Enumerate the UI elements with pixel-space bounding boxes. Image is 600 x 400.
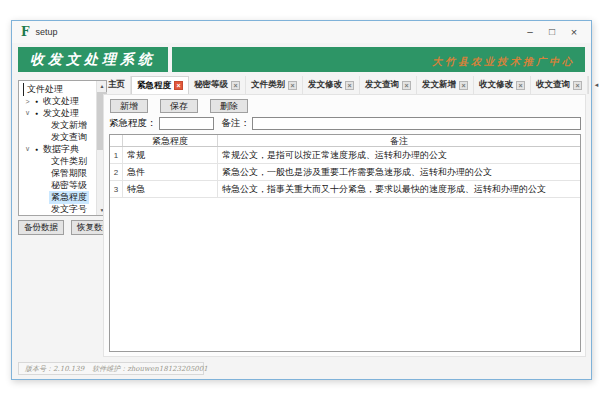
tab-home[interactable]: 主页 bbox=[103, 76, 131, 94]
sidebar-item-data-dictionary[interactable]: ∨ ● 数据字典 bbox=[20, 143, 95, 155]
table-row[interactable]: 2 急件 紧急公文，一般也是涉及重要工作需要急速形成、运转和办理的公文 bbox=[110, 164, 580, 181]
grid-header: 紧急程度 备注 bbox=[110, 135, 580, 147]
sidebar-item-receive-processing[interactable]: > ● 收文处理 bbox=[20, 95, 95, 107]
window-title: setup bbox=[36, 27, 58, 37]
column-header-remark: 备注 bbox=[218, 135, 580, 146]
tab-file-category[interactable]: 文件类别 × bbox=[246, 76, 303, 94]
sidebar-item-send-doc-number[interactable]: 发文字号 bbox=[20, 203, 95, 214]
tab-label: 文件类别 bbox=[251, 79, 285, 91]
sidebar-item-send-query[interactable]: 发文查询 bbox=[20, 131, 95, 143]
table-row[interactable]: 1 常规 常规公文，是指可以按正常速度形成、运转和办理的公文 bbox=[110, 147, 580, 164]
table-row[interactable]: 3 特急 特急公文，指事关重大而又十分紧急，要求以最快的速度形成、运转和办理的公… bbox=[110, 181, 580, 198]
sidebar-item-file-processing[interactable]: 文件处理 bbox=[20, 83, 95, 95]
tab-secret-level[interactable]: 秘密等级 × bbox=[189, 76, 246, 94]
cell-remark: 常规公文，是指可以按正常速度形成、运转和办理的公文 bbox=[218, 149, 580, 162]
cell-urgency: 特急 bbox=[123, 181, 218, 197]
chevron-down-icon[interactable]: ∨ bbox=[23, 145, 32, 153]
cell-urgency: 常规 bbox=[123, 147, 218, 163]
edit-form: 紧急程度： 备注： bbox=[109, 116, 581, 131]
bullet-icon: ● bbox=[32, 146, 41, 152]
toolbar: 新增 保存 删除 bbox=[110, 99, 248, 113]
tab-send-query[interactable]: 发文查询 × bbox=[360, 76, 417, 94]
cell-remark: 特急公文，指事关重大而又十分紧急，要求以最快的速度形成、运转和办理的公文 bbox=[218, 183, 580, 196]
app-window: F setup – □ × 收发文处理系统 大竹县农业技术推广中心 文件处理 >… bbox=[11, 20, 592, 380]
cell-remark: 紧急公文，一般也是涉及重要工作需要急速形成、运转和办理的公文 bbox=[218, 166, 580, 179]
tab-send-modify[interactable]: 发文修改 × bbox=[303, 76, 360, 94]
tab-send-new[interactable]: 发文新增 × bbox=[417, 76, 474, 94]
minimize-button[interactable]: – bbox=[519, 23, 541, 41]
column-header-urgency: 紧急程度 bbox=[123, 135, 218, 146]
sidebar-item-file-category[interactable]: 文件类别 bbox=[20, 155, 95, 167]
row-number: 3 bbox=[110, 181, 123, 197]
tab-urgency-level[interactable]: 紧急程度 × bbox=[131, 76, 189, 94]
tab-label: 紧急程度 bbox=[137, 80, 171, 92]
tab-label: 发文修改 bbox=[308, 79, 342, 91]
org-name-banner: 大竹县农业技术推广中心 bbox=[172, 47, 585, 72]
close-icon[interactable]: × bbox=[231, 81, 240, 90]
sidebar-item-retention-period[interactable]: 保管期限 bbox=[20, 167, 95, 179]
tree-items: 文件处理 > ● 收文处理 ∨ ● 发文处理 发文新增 发文查询 bbox=[20, 83, 95, 214]
save-button[interactable]: 保存 bbox=[160, 99, 198, 113]
backup-data-button[interactable]: 备份数据 bbox=[18, 220, 64, 235]
close-icon[interactable]: × bbox=[516, 81, 525, 90]
sidebar-item-label: 发文字号 bbox=[49, 203, 89, 215]
app-icon: F bbox=[21, 25, 30, 39]
chevron-down-icon[interactable]: ∨ bbox=[23, 109, 32, 117]
sidebar-item-urgency-level[interactable]: 紧急程度 bbox=[20, 191, 95, 203]
close-button[interactable]: × bbox=[563, 23, 585, 41]
grid-corner bbox=[110, 135, 123, 146]
cell-urgency: 急件 bbox=[123, 164, 218, 180]
tab-label: 秘密等级 bbox=[194, 79, 228, 91]
delete-button[interactable]: 删除 bbox=[210, 99, 248, 113]
tab-receive-query[interactable]: 收文查询 × bbox=[531, 76, 588, 94]
close-icon[interactable]: × bbox=[288, 81, 297, 90]
maximize-button[interactable]: □ bbox=[541, 23, 563, 41]
new-button[interactable]: 新增 bbox=[110, 99, 148, 113]
close-icon[interactable]: × bbox=[345, 81, 354, 90]
bullet-icon: ● bbox=[32, 110, 41, 116]
tab-page-urgency: 新增 保存 删除 紧急程度： 备注： 紧急程度 备注 1 常规 bbox=[103, 94, 586, 357]
tab-label: 发文查询 bbox=[365, 79, 399, 91]
close-icon[interactable]: × bbox=[174, 81, 183, 90]
close-icon[interactable]: × bbox=[402, 81, 411, 90]
tab-scrollers: ◄ ► bbox=[588, 76, 600, 94]
chevron-right-icon[interactable]: > bbox=[23, 98, 32, 105]
header-banner: 收发文处理系统 大竹县农业技术推广中心 bbox=[18, 47, 585, 72]
row-number: 2 bbox=[110, 164, 123, 180]
app-title-banner: 收发文处理系统 bbox=[18, 47, 168, 72]
urgency-label: 紧急程度： bbox=[109, 117, 157, 130]
tab-bar: 主页 紧急程度 × 秘密等级 × 文件类别 × 发文修改 × 发文查询 × bbox=[103, 76, 586, 94]
desktop: F setup – □ × 收发文处理系统 大竹县农业技术推广中心 文件处理 >… bbox=[0, 0, 600, 400]
close-icon[interactable]: × bbox=[459, 81, 468, 90]
sidebar-item-send-processing[interactable]: ∨ ● 发文处理 bbox=[20, 107, 95, 119]
row-number: 1 bbox=[110, 147, 123, 163]
sidebar-item-send-new[interactable]: 发文新增 bbox=[20, 119, 95, 131]
sidebar-item-secret-level[interactable]: 秘密等级 bbox=[20, 179, 95, 191]
bullet-icon: ● bbox=[32, 98, 41, 104]
tab-scroll-left-icon[interactable]: ◄ bbox=[592, 82, 600, 88]
tab-label: 主页 bbox=[108, 79, 125, 91]
close-icon[interactable]: × bbox=[573, 81, 582, 90]
urgency-input[interactable] bbox=[159, 117, 214, 130]
window-controls: – □ × bbox=[519, 23, 585, 41]
tab-label: 收文查询 bbox=[536, 79, 570, 91]
titlebar: F setup – □ × bbox=[12, 21, 591, 43]
tab-label: 收文修改 bbox=[479, 79, 513, 91]
tab-receive-modify[interactable]: 收文修改 × bbox=[474, 76, 531, 94]
tab-label: 发文新增 bbox=[422, 79, 456, 91]
sidebar-tree: 文件处理 > ● 收文处理 ∨ ● 发文处理 发文新增 发文查询 bbox=[18, 80, 107, 216]
status-bar: 版本号：2.10.139 软件维护：zhouwen18123205001 bbox=[18, 362, 204, 375]
maintenance-text: 软件维护：zhouwen18123205001 bbox=[92, 364, 208, 374]
remark-label: 备注： bbox=[222, 117, 251, 130]
data-grid: 紧急程度 备注 1 常规 常规公文，是指可以按正常速度形成、运转和办理的公文 2… bbox=[109, 134, 581, 352]
remark-input[interactable] bbox=[252, 117, 581, 130]
version-text: 版本号：2.10.139 bbox=[25, 364, 84, 374]
